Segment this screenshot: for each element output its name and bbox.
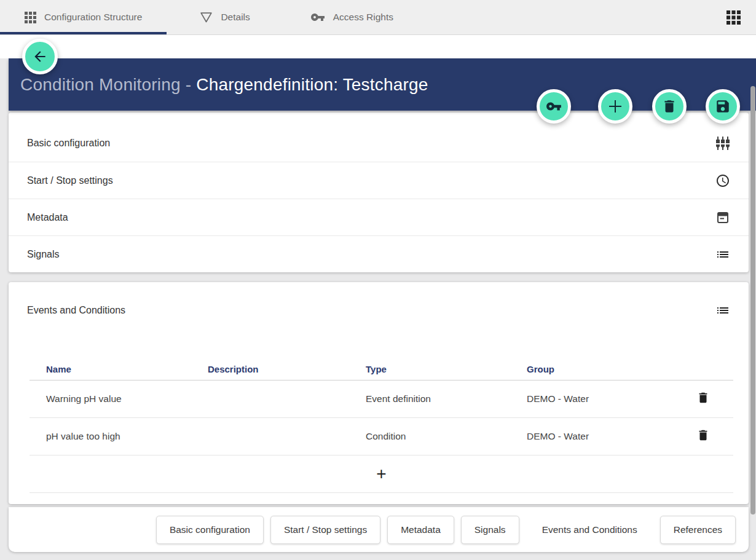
- events-table: Name Description Type Group Warning pH v…: [30, 359, 733, 493]
- column-header-actions: [662, 359, 733, 380]
- column-header-group: Group: [527, 359, 662, 380]
- events-header[interactable]: Events and Conditions: [9, 282, 749, 318]
- bottomnav-signals[interactable]: Signals: [461, 516, 519, 544]
- section-label: Basic configuration: [27, 138, 110, 149]
- section-basic-configuration[interactable]: Basic configuration: [9, 125, 749, 162]
- bottomnav-start-stop-settings[interactable]: Start / Stop settings: [270, 516, 380, 544]
- section-label: Start / Stop settings: [27, 175, 113, 186]
- list-icon: [715, 303, 730, 318]
- cell-description: [208, 417, 366, 455]
- header-gap: [0, 35, 756, 58]
- column-header-name: Name: [30, 359, 208, 380]
- delete-button[interactable]: [652, 89, 687, 124]
- bottomnav-metadata[interactable]: Metadata: [387, 516, 454, 544]
- bottomnav-events-and-conditions[interactable]: Events and Conditions: [526, 516, 653, 544]
- key-icon: [310, 10, 325, 25]
- column-header-type: Type: [366, 359, 527, 380]
- trash-icon: [696, 428, 710, 442]
- triangle-icon: [200, 12, 213, 23]
- section-label: Signals: [27, 249, 59, 260]
- cell-group: DEMO - Water: [527, 380, 662, 417]
- grid-icon: [25, 12, 36, 23]
- column-header-description: Description: [208, 359, 366, 380]
- apps-menu-button[interactable]: [723, 7, 744, 28]
- table-row[interactable]: pH value too high Condition DEMO - Water: [30, 417, 733, 455]
- cell-description: [208, 380, 366, 417]
- bottomnav-basic-configuration[interactable]: Basic configuration: [156, 516, 264, 544]
- tab-access-rights[interactable]: Access Rights: [296, 0, 408, 34]
- page-title-main: Chargendefinition: Testcharge: [196, 75, 428, 94]
- cell-type: Event definition: [366, 380, 527, 417]
- sliders-icon: [715, 136, 730, 151]
- add-event-button[interactable]: +: [376, 465, 386, 483]
- table-row[interactable]: Warning pH value Event definition DEMO -…: [30, 380, 733, 417]
- top-tab-bar: Configuration Structure Details Access R…: [0, 0, 756, 35]
- config-sections-card: Basic configuration Start / Stop setting…: [9, 112, 749, 272]
- bottom-section-nav: Basic configuration Start / Stop setting…: [9, 507, 749, 552]
- tab-label: Details: [221, 12, 250, 23]
- tab-label: Access Rights: [333, 12, 393, 23]
- trash-icon: [661, 98, 677, 114]
- section-signals[interactable]: Signals: [9, 235, 749, 272]
- plus-icon: [606, 97, 624, 116]
- save-icon: [715, 98, 731, 114]
- trash-icon: [696, 391, 710, 404]
- save-button[interactable]: [706, 89, 740, 124]
- page-title-prefix: Condition Monitoring -: [20, 75, 196, 94]
- events-table-header-row: Name Description Type Group: [30, 359, 733, 380]
- apps-grid-icon: [726, 10, 741, 25]
- events-card: Events and Conditions Name Description T…: [9, 282, 749, 504]
- add-button[interactable]: [598, 89, 632, 124]
- section-metadata[interactable]: Metadata: [9, 199, 749, 235]
- page-header: Condition Monitoring - Chargendefinition…: [9, 58, 756, 111]
- cell-type: Condition: [366, 417, 527, 455]
- clock-icon: [715, 173, 730, 188]
- back-button[interactable]: [22, 39, 58, 74]
- events-title: Events and Conditions: [27, 305, 125, 316]
- cell-name: pH value too high: [30, 417, 208, 455]
- tab-details[interactable]: Details: [185, 0, 264, 34]
- cell-group: DEMO - Water: [527, 417, 662, 455]
- delete-row-button[interactable]: [696, 428, 710, 442]
- tab-label: Configuration Structure: [44, 12, 142, 23]
- section-label: Metadata: [27, 212, 68, 223]
- arrow-left-icon: [32, 49, 48, 65]
- key-icon: [546, 98, 562, 114]
- add-row: +: [30, 455, 733, 492]
- list-icon: [715, 247, 730, 262]
- delete-row-button[interactable]: [696, 391, 710, 404]
- page-title: Condition Monitoring - Chargendefinition…: [20, 75, 428, 95]
- bottomnav-references[interactable]: References: [660, 516, 736, 544]
- tab-configuration-structure[interactable]: Configuration Structure: [0, 0, 167, 34]
- access-rights-button[interactable]: [537, 89, 571, 124]
- calendar-icon: [715, 210, 730, 225]
- cell-name: Warning pH value: [30, 380, 208, 417]
- vertical-scrollbar[interactable]: [750, 86, 755, 515]
- section-start-stop-settings[interactable]: Start / Stop settings: [9, 162, 749, 199]
